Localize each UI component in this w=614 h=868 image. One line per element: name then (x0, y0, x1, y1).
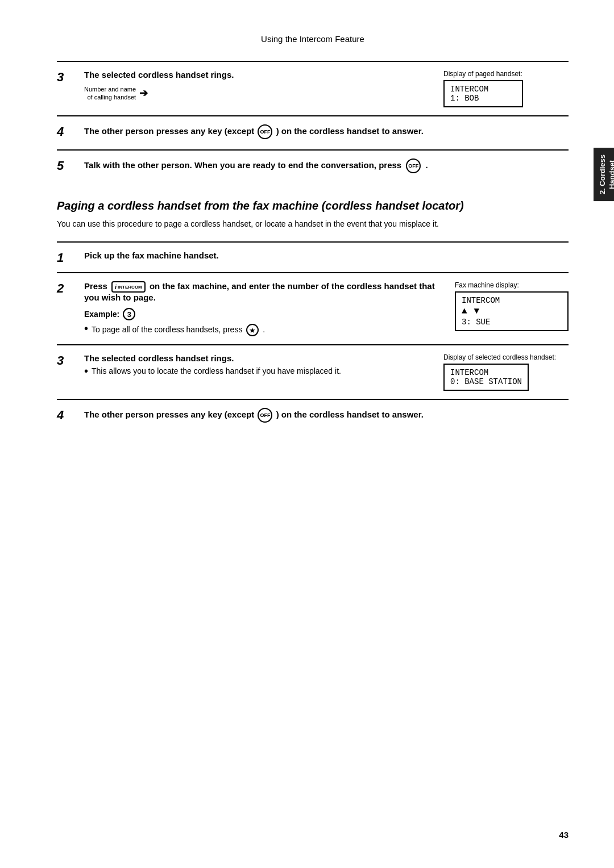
top-step-5: 5 Talk with the other person. When you a… (57, 149, 569, 183)
top-step-4: 4 The other person presses any key (exce… (57, 115, 569, 149)
annotation-text: Number and nameof calling handset (84, 85, 136, 102)
step-number-1-bottom: 1 (57, 251, 80, 264)
example-circle-3: 3 (123, 308, 135, 320)
star-circle-icon: ★ (246, 324, 259, 336)
step-4-bottom-content: The other person presses any key (except… (84, 408, 569, 425)
step-4-top-content: The other person presses any key (except… (84, 124, 569, 141)
step-3-top-left: The selected cordless handset rings. Num… (84, 70, 443, 107)
example-badge: Example: 3 (84, 308, 135, 320)
step-4-top-title: The other person presses any key (except… (84, 124, 569, 139)
fax-display-label: Fax machine display: (455, 281, 569, 289)
step-3-top-right: Display of paged handset: INTERCOM 1: BO… (443, 70, 569, 107)
fax-display-area: Fax machine display: INTERCOM ▲ ▼ 3: SUE (455, 281, 569, 336)
step-5-title: Talk with the other person. When you are… (84, 158, 569, 173)
step-number-5: 5 (57, 158, 80, 176)
bullet-step2: • To page all of the cordless handsets, … (84, 324, 446, 336)
display-box-3top: INTERCOM 1: BOB (443, 80, 523, 107)
step-3-bottom-left: The selected cordless handset rings. • T… (84, 353, 443, 391)
down-arrow-icon: ▼ (474, 306, 480, 316)
bottom-step-4: 4 The other person presses any key (exce… (57, 399, 569, 433)
off-icon-step4bottom: OFF (258, 408, 272, 423)
display-line-2: 1: BOB (450, 94, 516, 103)
fax-display-line-1: INTERCOM (462, 296, 562, 305)
step-number-3-top: 3 (57, 70, 80, 107)
display-3b-line-1: INTERCOM (450, 368, 522, 377)
annotation-row: Number and nameof calling handset ➔ (84, 85, 443, 102)
step-number-4-bottom: 4 (57, 408, 80, 425)
bottom-step-1: 1 Pick up the fax machine handset. (57, 241, 569, 272)
display-box-3bottom: INTERCOM 0: BASE STATION (443, 364, 529, 391)
display-3b-line-2: 0: BASE STATION (450, 377, 522, 386)
step-3-top-title: The selected cordless handset rings. (84, 70, 443, 80)
section-desc: You can use this procedure to page a cor… (57, 218, 569, 230)
step-number-2-bottom: 2 (57, 281, 80, 336)
step-2-bottom-title: Press iINTERCOM on the fax machine, and … (84, 281, 446, 302)
display-label-3bottom: Display of selected cordless handset: (443, 353, 569, 361)
step-number-3-bottom: 3 (57, 353, 80, 391)
section-tab: 2. Cordless Handset (594, 148, 614, 201)
up-arrow-icon: ▲ (462, 306, 467, 316)
fax-display-box: INTERCOM ▲ ▼ 3: SUE (455, 291, 569, 331)
page: 2. Cordless Handset Using the Intercom F… (0, 0, 614, 868)
intercom-button-icon: iINTERCOM (111, 281, 146, 293)
step-2-bottom-left: Press iINTERCOM on the fax machine, and … (84, 281, 446, 336)
step-5-content: Talk with the other person. When you are… (84, 158, 569, 176)
bottom-step-2: 2 Press iINTERCOM on the fax machine, an… (57, 272, 569, 344)
bullet-step3: • This allows you to locate the cordless… (84, 366, 443, 377)
step-3-bottom-right: Display of selected cordless handset: IN… (443, 353, 569, 391)
step-1-bottom-content: Pick up the fax machine handset. (84, 251, 569, 264)
display-label-3top: Display of paged handset: (443, 70, 569, 78)
off-icon-step4top: OFF (258, 124, 272, 139)
nav-arrows: ▲ ▼ (462, 305, 562, 318)
section-heading: Paging a cordless handset from the fax m… (57, 199, 569, 212)
page-header: Using the Intercom Feature (57, 34, 569, 44)
arrow-right-icon: ➔ (139, 87, 148, 99)
fax-display-line-3: 3: SUE (462, 318, 562, 327)
bottom-step-3: 3 The selected cordless handset rings. •… (57, 344, 569, 399)
top-step-3: 3 The selected cordless handset rings. N… (57, 61, 569, 115)
step-1-bottom-title: Pick up the fax machine handset. (84, 251, 569, 260)
off-icon-step5: OFF (406, 158, 421, 173)
step-3-bottom-title: The selected cordless handset rings. (84, 353, 443, 363)
display-line-1: INTERCOM (450, 85, 516, 94)
page-number: 43 (559, 830, 569, 840)
step-number-4-top: 4 (57, 124, 80, 141)
step-4-bottom-title: The other person presses any key (except… (84, 408, 569, 423)
